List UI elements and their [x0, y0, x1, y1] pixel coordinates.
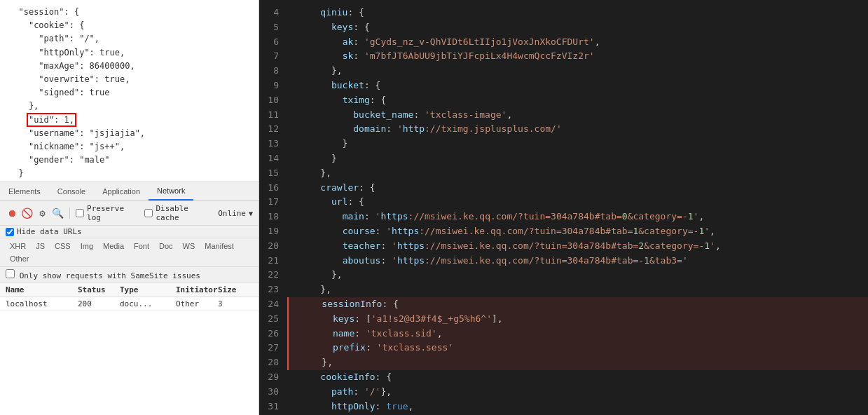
samesite-row: Only show requests with SameSite issues — [0, 267, 259, 283]
line-number: 23 — [265, 283, 279, 297]
divider — [69, 208, 70, 219]
filter-manifest[interactable]: Manifest — [200, 240, 238, 252]
filter-other[interactable]: Other — [6, 253, 34, 264]
tab-console[interactable]: Console — [49, 182, 94, 200]
preserve-log-label: Preserve log — [76, 204, 142, 222]
code-line: aboutus: 'https://msiwei.ke.qq.com/?tuin… — [287, 254, 868, 268]
line-number: 21 — [265, 254, 279, 268]
line-number: 24 — [265, 297, 279, 312]
row-size: 3 — [218, 299, 253, 308]
json-line: "username": "jsjiajia", — [8, 127, 250, 140]
line-number: 27 — [265, 341, 279, 355]
json-uid-line: "uid": 1, — [8, 114, 250, 127]
code-line: bucket: { — [287, 79, 868, 93]
code-line: }, — [287, 64, 868, 79]
code-line: keys: ['a1!s2@d3#f4$_+g5%h6^'], — [287, 312, 868, 327]
network-table: Name Status Type Initiator Size localhos… — [0, 283, 259, 415]
code-line: }, — [287, 268, 868, 283]
code-line: qiniu: { — [287, 6, 868, 20]
disable-cache-label: Disable cache — [144, 204, 215, 222]
network-row-localhost[interactable]: localhost 200 docu... Other 3 — [0, 297, 259, 311]
record-icon[interactable]: ⏺ — [6, 207, 18, 219]
code-line: sessionInfo: { — [287, 297, 868, 312]
filter-font[interactable]: Font — [130, 240, 153, 252]
json-output: "session": { "cookie": { "path": "/", "h… — [0, 0, 259, 182]
filter-media[interactable]: Media — [99, 240, 128, 252]
code-editor: 4567891011121314151617181920212223242526… — [259, 0, 868, 415]
filter-types-row: XHR JS CSS Img Media Font Doc WS Manifes… — [0, 238, 259, 267]
filter-js[interactable]: JS — [32, 240, 49, 252]
line-number: 25 — [265, 312, 279, 327]
filter-doc[interactable]: Doc — [155, 240, 177, 252]
filter-xhr[interactable]: XHR — [6, 240, 30, 252]
line-number: 7 — [265, 49, 279, 64]
code-line: path: '/'}, — [287, 385, 868, 400]
samesite-text: Only show requests with SameSite issues — [20, 271, 200, 280]
json-line: "path": "/", — [8, 32, 250, 46]
preserve-log-checkbox[interactable] — [76, 209, 84, 217]
col-initiator: Initiator — [176, 285, 218, 294]
code-line: sk: 'm7bfJT6AbUU9jbTiYJFcpiLx4H4wcmQccFz… — [287, 49, 868, 64]
line-number: 22 — [265, 268, 279, 283]
devtools-toolbar: ⏺ 🚫 ⚙ 🔍 Preserve log Disable cache Onlin… — [0, 201, 259, 226]
devtools-panel: "session": { "cookie": { "path": "/", "h… — [0, 0, 259, 415]
col-size: Size — [218, 285, 253, 294]
filter-ws[interactable]: WS — [179, 240, 200, 252]
code-line: prefix: 'txclass.sess' — [287, 341, 868, 355]
disable-cache-checkbox[interactable] — [144, 209, 153, 217]
line-number: 18 — [265, 210, 279, 224]
json-line: "cookie": { — [8, 19, 250, 32]
row-status: 200 — [78, 299, 120, 308]
code-line: }, — [287, 355, 868, 370]
hide-data-urls-label: Hide data URLs — [6, 227, 82, 236]
samesite-checkbox[interactable] — [6, 269, 15, 278]
row-type: docu... — [120, 299, 176, 308]
samesite-label: Only show requests with SameSite issues — [6, 271, 200, 280]
code-line: bucket_name: 'txclass-image', — [287, 108, 868, 123]
hide-data-urls-checkbox[interactable] — [6, 228, 14, 236]
row-name: localhost — [6, 299, 78, 308]
online-text: Online — [218, 209, 246, 218]
code-line: } — [287, 151, 868, 166]
code-line: cookieInfo: { — [287, 370, 868, 385]
tab-application[interactable]: Application — [94, 182, 149, 200]
col-status: Status — [78, 285, 120, 294]
code-line: main: 'https://msiwei.ke.qq.com/?tuin=30… — [287, 210, 868, 224]
line-number: 20 — [265, 239, 279, 254]
line-number: 15 — [265, 166, 279, 181]
line-number: 14 — [265, 151, 279, 166]
network-table-header: Name Status Type Initiator Size — [0, 283, 259, 297]
json-line: "overwrite": true, — [8, 73, 250, 86]
line-numbers: 4567891011121314151617181920212223242526… — [259, 0, 287, 415]
filter-css[interactable]: CSS — [50, 240, 75, 252]
filter-icon[interactable]: ⚙ — [36, 207, 49, 219]
clear-icon[interactable]: 🚫 — [21, 207, 34, 219]
devtools-tabs: Elements Console Application Network — [0, 182, 259, 201]
tab-elements[interactable]: Elements — [0, 182, 49, 200]
filter-img[interactable]: Img — [76, 240, 97, 252]
line-number: 30 — [265, 385, 279, 400]
code-line: ak: 'gCyds_nz_v-QhVIDt6LtIIjo1jVoxJnXkoC… — [287, 35, 868, 50]
tab-network[interactable]: Network — [149, 182, 193, 200]
line-number: 19 — [265, 224, 279, 239]
json-line: }, — [8, 100, 250, 113]
row-initiator: Other — [176, 299, 218, 308]
col-type: Type — [120, 285, 176, 294]
line-number: 31 — [265, 400, 279, 414]
hide-data-urls-row: Hide data URLs — [0, 226, 259, 238]
online-label: Online ▼ — [218, 209, 253, 218]
json-line: "nickname": "js++", — [8, 140, 250, 154]
hide-data-urls-text: Hide data URLs — [17, 227, 82, 236]
line-number: 8 — [265, 64, 279, 79]
code-line: tximg: { — [287, 93, 868, 108]
line-number: 26 — [265, 327, 279, 341]
editor-content: 4567891011121314151617181920212223242526… — [259, 0, 868, 415]
dropdown-icon[interactable]: ▼ — [249, 210, 253, 217]
code-line: keys: { — [287, 20, 868, 35]
disable-cache-text: Disable cache — [156, 204, 215, 222]
json-line: "httpOnly": true, — [8, 46, 250, 60]
code-line: } — [287, 137, 868, 151]
line-number: 4 — [265, 6, 279, 20]
search-icon[interactable]: 🔍 — [51, 207, 64, 219]
preserve-log-text: Preserve log — [87, 204, 142, 222]
